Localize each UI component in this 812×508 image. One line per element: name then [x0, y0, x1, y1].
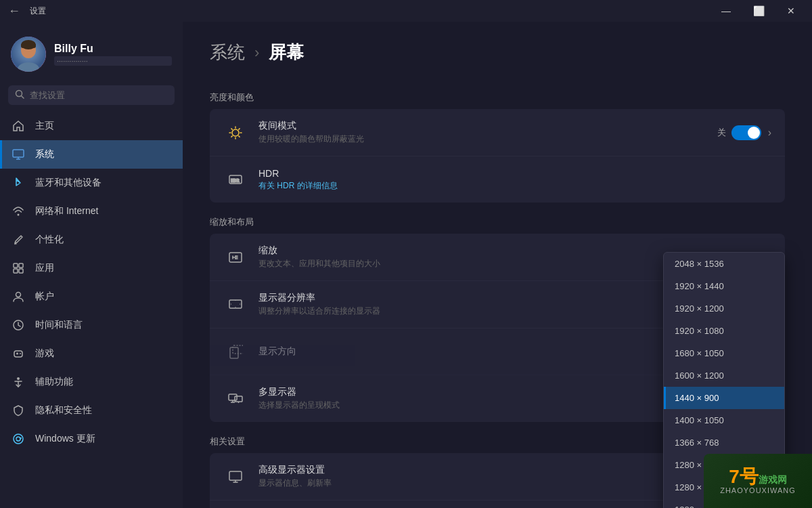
- search-icon: [15, 89, 24, 101]
- sidebar-item-accounts[interactable]: 帐户: [0, 282, 183, 311]
- dropdown-item[interactable]: 1440 × 900: [664, 387, 784, 409]
- hdr-desc: 有关 HDR 的详细信息: [258, 180, 771, 192]
- svg-point-22: [232, 129, 239, 136]
- person-icon: [11, 289, 26, 304]
- dropdown-item[interactable]: 2048 × 1536: [664, 253, 784, 275]
- user-section[interactable]: Billy Fu ···············: [0, 28, 183, 83]
- svg-rect-52: [229, 471, 242, 480]
- dropdown-item[interactable]: 1920 × 1200: [664, 297, 784, 320]
- search-box[interactable]: [8, 85, 175, 105]
- hdr-row[interactable]: HDR HDR 有关 HDR 的详细信息: [210, 156, 785, 203]
- resolution-icon: [223, 293, 248, 317]
- sidebar-label-network: 网络和 Internet: [35, 205, 98, 217]
- update-icon: [11, 431, 26, 446]
- avatar-image: [11, 37, 46, 72]
- svg-point-21: [14, 434, 23, 444]
- sidebar-item-accessibility[interactable]: 辅助功能: [0, 368, 183, 396]
- dropdown-item[interactable]: 1400 × 1050: [664, 409, 784, 431]
- sidebar-label-gaming: 游戏: [35, 347, 54, 360]
- svg-rect-47: [229, 394, 237, 400]
- sidebar-label-privacy: 隐私和安全性: [35, 404, 92, 417]
- titlebar: ← 设置 — ⬜ ✕: [0, 0, 812, 22]
- brush-icon: [11, 232, 26, 247]
- nav-list: 主页 系统 蓝牙和其: [0, 112, 183, 501]
- sidebar-label-system: 系统: [35, 148, 54, 161]
- back-button[interactable]: ←: [8, 4, 20, 18]
- svg-line-27: [231, 128, 232, 129]
- svg-rect-12: [19, 263, 23, 268]
- sidebar-item-network[interactable]: 网络和 Internet: [0, 197, 183, 226]
- home-icon: [11, 119, 26, 133]
- bluetooth-icon: [11, 175, 26, 190]
- advanced-display-icon: [223, 465, 248, 489]
- gamepad-icon: [11, 346, 26, 361]
- sidebar-label-personalization: 个性化: [35, 234, 64, 246]
- night-mode-row[interactable]: 夜间模式 使用较暖的颜色帮助屏蔽蓝光 关 ›: [210, 109, 785, 156]
- svg-point-20: [17, 377, 20, 380]
- page-header: 系统 › 屏幕: [183, 22, 812, 78]
- close-button[interactable]: ✕: [775, 0, 807, 22]
- sidebar-item-gaming[interactable]: 游戏: [0, 339, 183, 368]
- accessibility-icon: [11, 375, 26, 389]
- clock-icon: [11, 318, 26, 333]
- avatar-svg: [11, 37, 46, 72]
- search-input[interactable]: [30, 90, 168, 100]
- night-toggle-container: 关: [717, 125, 761, 140]
- sidebar-label-bluetooth: 蓝牙和其他设备: [35, 177, 102, 189]
- hdr-label: HDR: [258, 168, 771, 179]
- night-mode-icon: [223, 121, 248, 145]
- section-scale-title: 缩放和布局: [210, 216, 785, 228]
- page-title: 屏幕: [269, 41, 304, 64]
- svg-rect-14: [19, 269, 23, 273]
- sidebar-item-bluetooth[interactable]: 蓝牙和其他设备: [0, 169, 183, 197]
- sidebar-label-accessibility: 辅助功能: [35, 376, 73, 388]
- sidebar-label-windows-update: Windows 更新: [35, 433, 95, 445]
- svg-text:HDR: HDR: [231, 178, 240, 184]
- sidebar-item-system[interactable]: 系统: [0, 140, 183, 169]
- sidebar-item-time[interactable]: 时间和语言: [0, 311, 183, 339]
- sidebar-item-personalization[interactable]: 个性化: [0, 226, 183, 254]
- titlebar-left: ← 设置: [8, 4, 46, 18]
- section-brightness-title: 亮度和颜色: [210, 91, 785, 104]
- night-mode-toggle[interactable]: [731, 125, 761, 140]
- svg-rect-3: [21, 43, 36, 48]
- dropdown-item[interactable]: 1920 × 1080: [664, 320, 784, 342]
- orientation-icon: [223, 339, 248, 364]
- hdr-text: HDR 有关 HDR 的详细信息: [258, 168, 771, 192]
- titlebar-title: 设置: [30, 5, 46, 17]
- maximize-button[interactable]: ⬜: [743, 0, 774, 22]
- dropdown-item[interactable]: 1680 × 1050: [664, 342, 784, 364]
- shield-icon: [11, 403, 26, 418]
- monitor-icon: [11, 147, 26, 162]
- breadcrumb-separator: ›: [254, 44, 259, 62]
- svg-line-29: [231, 135, 232, 136]
- night-mode-text: 夜间模式 使用较暖的颜色帮助屏蔽蓝光: [258, 120, 717, 145]
- wifi-icon: [11, 204, 26, 219]
- avatar: [11, 37, 46, 72]
- apps-icon: [11, 261, 26, 276]
- svg-line-30: [239, 128, 240, 129]
- watermark-game: 游戏网: [759, 474, 787, 486]
- sidebar-item-windows-update[interactable]: Windows 更新: [0, 425, 183, 453]
- svg-rect-45: [230, 347, 238, 358]
- user-info: Billy Fu ···············: [54, 43, 172, 66]
- svg-point-15: [16, 293, 21, 297]
- dropdown-item[interactable]: 1920 × 1440: [664, 275, 784, 297]
- sidebar-label-apps: 应用: [35, 262, 54, 274]
- sidebar-item-privacy[interactable]: 隐私和安全性: [0, 396, 183, 425]
- zoom-icon: [223, 245, 248, 270]
- dropdown-item[interactable]: 1366 × 768: [664, 431, 784, 454]
- svg-line-6: [22, 96, 24, 99]
- sidebar-item-home[interactable]: 主页: [0, 112, 183, 140]
- sidebar-item-apps[interactable]: 应用: [0, 254, 183, 282]
- watermark-url: ZHAOYOUXIWANG: [720, 486, 796, 494]
- dropdown-item[interactable]: 1600 × 1200: [664, 364, 784, 387]
- user-name: Billy Fu: [54, 43, 172, 55]
- night-mode-desc: 使用较暖的颜色帮助屏蔽蓝光: [258, 133, 717, 145]
- svg-rect-7: [13, 150, 24, 157]
- minimize-button[interactable]: —: [710, 0, 742, 22]
- app-container: Billy Fu ··············· 主页: [0, 0, 812, 508]
- svg-rect-13: [14, 269, 18, 273]
- sidebar-label-accounts: 帐户: [35, 291, 54, 303]
- sidebar-label-home: 主页: [35, 120, 54, 132]
